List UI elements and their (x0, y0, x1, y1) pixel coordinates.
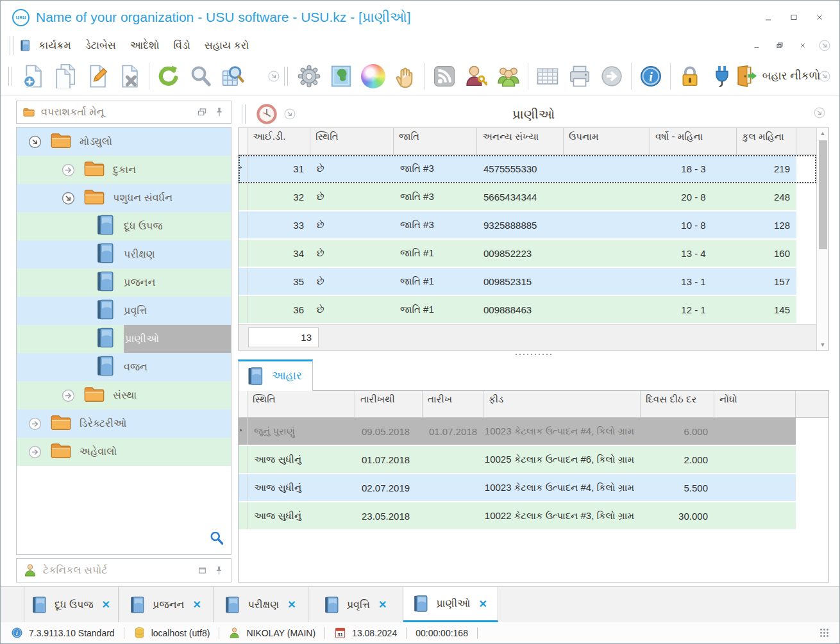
maximize-button[interactable] (785, 10, 802, 24)
column-header[interactable]: તારીખથી (355, 391, 423, 417)
scroll-down-icon[interactable]: ▼ (820, 342, 826, 348)
splitter[interactable] (238, 351, 829, 358)
clock-button[interactable] (256, 103, 278, 125)
scroll-up-icon[interactable]: ▲ (820, 130, 826, 136)
menu-item[interactable]: ડેટાબેસ (78, 38, 123, 53)
tree-item[interactable]: દૂધ ઉપજ (17, 212, 231, 240)
tree-item[interactable]: પશુધન સંવર્ધન (17, 184, 231, 212)
table-row[interactable]: જૂનું પુરાણું09.05.201801.07.201810023 ક… (239, 418, 828, 446)
exit-door-button[interactable]: બહાર નીકળો (738, 60, 816, 93)
rss-button[interactable] (428, 60, 460, 93)
edit-document-button[interactable] (81, 60, 113, 93)
tree-item[interactable]: મોડ્યુલો (17, 128, 231, 156)
table-row[interactable]: 32છેજાતિ #3566543434420 - 8248 (239, 183, 816, 211)
forward-arrow-button[interactable] (596, 60, 628, 93)
collapse-node-icon[interactable] (60, 190, 76, 206)
menubar-overflow-icon[interactable] (818, 38, 832, 53)
support-float-button[interactable] (197, 565, 208, 576)
delete-document-button[interactable] (113, 60, 146, 93)
column-header[interactable]: ઉપનામ (564, 128, 650, 154)
document-tab[interactable]: પરીક્ષણ✕ (214, 587, 308, 622)
document-tab[interactable]: પ્રાણીઓ✕ (403, 587, 498, 622)
sidebar-float-button[interactable] (196, 106, 208, 118)
tree-item[interactable]: અહેવાલો (17, 438, 231, 466)
minimize-button[interactable] (760, 10, 777, 24)
close-tab-icon[interactable]: ✕ (190, 597, 203, 612)
lock-button[interactable] (674, 60, 706, 93)
toolbar-overflow-button[interactable] (816, 67, 833, 86)
column-header[interactable]: ફીડ (483, 391, 641, 417)
map-button[interactable] (325, 60, 357, 93)
tree-item[interactable]: પ્રજનન (17, 268, 231, 297)
toolbar-drag-handle[interactable] (284, 67, 288, 86)
support-panel[interactable]: ટેકનિકલ સપોર્ટ (16, 558, 231, 582)
close-tab-icon[interactable]: ✕ (285, 597, 298, 612)
tree-item[interactable]: દુકાન (17, 156, 231, 184)
user-key-button[interactable] (460, 60, 492, 93)
column-header[interactable]: અનન્ય સંખ્યા (477, 128, 564, 154)
column-header[interactable]: સ્થિતિ (310, 128, 394, 154)
tree-item[interactable]: પ્રવૃત્તિ (17, 297, 231, 325)
close-tab-icon[interactable]: ✕ (376, 597, 389, 612)
vertical-scrollbar[interactable]: ▲ ▼ (816, 128, 828, 350)
table-row[interactable]: 31છેજાતિ #3457555533018 - 3219 (239, 155, 816, 183)
menu-item[interactable]: સહાય કરો (197, 38, 256, 53)
tab-feed[interactable]: આહાર (238, 359, 313, 391)
column-header[interactable]: દિવસ દીઠ દર (641, 391, 714, 417)
column-header[interactable]: જાતિ (394, 128, 477, 154)
column-header[interactable]: તારીખ (423, 391, 483, 417)
toolbar-overflow-button[interactable] (265, 67, 283, 86)
mdi-minimize-button[interactable] (748, 38, 765, 53)
info-circle-button[interactable]: i (635, 60, 667, 93)
expand-node-icon[interactable] (27, 444, 43, 460)
resize-grip-icon[interactable] (819, 629, 829, 638)
refresh-button[interactable] (153, 60, 185, 93)
table-row[interactable]: આજ સુધીનું23.05.201810022 કેટલાક ઉત્પાદન… (239, 502, 828, 531)
sidebar-pin-button[interactable] (214, 106, 225, 118)
document-tab[interactable]: પ્રવૃત્તિ✕ (308, 587, 403, 622)
table-row[interactable]: આજ સુધીનું02.07.201910023 કેટલાક ઉત્પાદન… (239, 474, 828, 502)
search-button[interactable] (185, 60, 217, 93)
table-row[interactable]: 33છેજાતિ #3932588888510 - 8128 (239, 211, 816, 240)
tree-item[interactable]: પરીક્ષણ (17, 240, 231, 268)
tree-item[interactable]: વજન (17, 353, 231, 381)
support-pin-button[interactable] (214, 565, 224, 576)
menu-item[interactable]: વિંડો (166, 38, 197, 53)
tree-item[interactable]: ડિરેક્ટરીઓ (17, 409, 231, 438)
column-header[interactable]: કુલ મહિના (737, 128, 796, 154)
table-grid-button[interactable] (532, 60, 564, 93)
mdi-close-button[interactable] (794, 38, 811, 53)
main-header-drag-handle[interactable] (242, 104, 246, 124)
settings-gear-button[interactable] (293, 60, 325, 93)
scrollbar-thumb[interactable] (819, 140, 827, 249)
hand-button[interactable] (389, 60, 421, 93)
menu-drag-handle[interactable] (10, 36, 13, 55)
printer-button[interactable] (564, 60, 596, 93)
column-header[interactable]: વર્ષો - મહિના (650, 128, 737, 154)
close-tab-icon[interactable]: ✕ (99, 597, 113, 612)
color-wheel-button[interactable] (357, 60, 389, 93)
sidebar-search-button[interactable] (209, 531, 224, 548)
menu-item[interactable]: કાર્યક્રમ (31, 38, 78, 53)
expand-node-icon[interactable] (27, 416, 43, 432)
copy-document-button[interactable] (49, 60, 81, 93)
table-row[interactable]: આજ સુધીનું01.07.201810025 કેટલાક ઉત્પાદન… (239, 446, 828, 474)
menu-item[interactable]: આદેશો (123, 38, 167, 53)
expand-node-icon[interactable] (60, 162, 76, 178)
mdi-restore-button[interactable] (771, 38, 788, 53)
search-grid-button[interactable] (217, 60, 249, 93)
document-tab[interactable]: પ્રજનન✕ (119, 587, 214, 622)
column-header[interactable]: આઈ.ડી. (248, 128, 310, 154)
users-group-button[interactable] (492, 60, 525, 93)
main-header-overflow-right-icon[interactable] (812, 106, 827, 120)
main-header-overflow-icon[interactable] (283, 107, 297, 121)
toolbar-drag-handle[interactable] (8, 67, 12, 86)
close-tab-icon[interactable]: ✕ (476, 597, 489, 611)
document-tab[interactable]: દૂધ ઉપજ✕ (24, 587, 119, 622)
tree-item[interactable]: સંસ્થા (17, 381, 231, 409)
table-row[interactable]: 34છેજાતિ #100985222313 - 4160 (239, 240, 816, 268)
table-row[interactable]: 35છેજાતિ #100985231513 - 1157 (239, 268, 816, 296)
table-row[interactable]: 36છેજાતિ #100988846312 - 1145 (239, 296, 816, 324)
expand-node-icon[interactable] (60, 388, 76, 404)
column-header[interactable]: નોંધો (714, 391, 796, 417)
